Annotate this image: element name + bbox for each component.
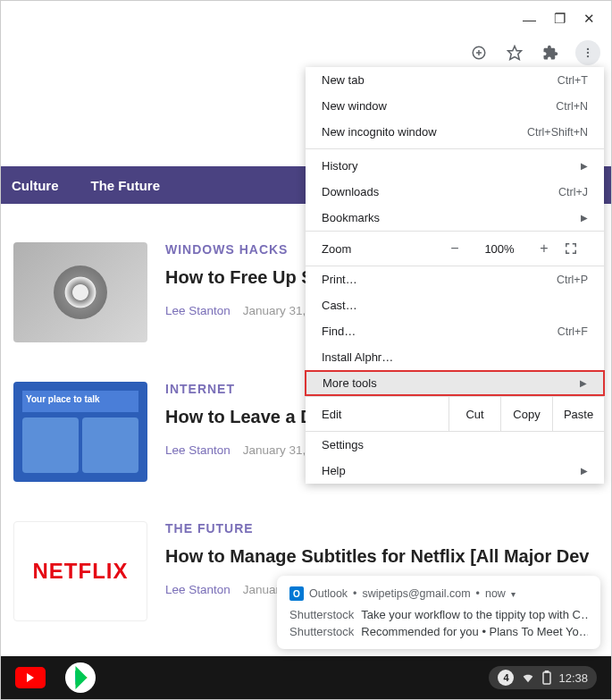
zoom-in-button[interactable]: + [524, 240, 565, 257]
menu-print[interactable]: Print…Ctrl+P [306, 266, 604, 292]
article-category[interactable]: THE FUTURE [165, 521, 599, 536]
chevron-right-icon: ▶ [581, 161, 588, 171]
maximize-button[interactable]: ❐ [554, 11, 566, 27]
article-author[interactable]: Lee Stanton [165, 583, 231, 596]
zoom-out-button[interactable]: − [434, 240, 475, 257]
close-button[interactable]: ✕ [583, 11, 595, 27]
notif-time: now [485, 587, 506, 600]
shelf: 4 12:38 [1, 656, 611, 699]
chrome-menu-button[interactable] [575, 40, 600, 65]
article-author[interactable]: Lee Stanton [165, 443, 231, 457]
article-thumbnail[interactable] [13, 242, 147, 342]
notif-source: Shutterstock [289, 608, 354, 621]
svg-rect-9 [546, 670, 549, 672]
article-author[interactable]: Lee Stanton [165, 304, 231, 317]
menu-bookmarks[interactable]: Bookmarks▶ [306, 205, 604, 231]
nav-future[interactable]: The Future [91, 178, 161, 193]
menu-zoom-row: Zoom − 100% + [306, 231, 604, 266]
add-page-icon[interactable] [468, 42, 490, 63]
notif-message: Recommended for you • Plans To Meet Yo… [361, 625, 588, 638]
chevron-right-icon: ▶ [581, 213, 588, 223]
chrome-overflow-menu: New tabCtrl+T New windowCtrl+N New incog… [306, 67, 604, 484]
svg-point-6 [587, 55, 589, 57]
menu-find[interactable]: Find…Ctrl+F [306, 318, 604, 344]
menu-install[interactable]: Install Alphr… [306, 344, 604, 370]
menu-cast[interactable]: Cast… [306, 292, 604, 318]
fullscreen-icon[interactable] [565, 242, 604, 255]
notification-card[interactable]: O Outlook • swipetips@gmail.com • now ▾ … [277, 576, 600, 649]
svg-marker-7 [75, 670, 88, 685]
copy-button[interactable]: Copy [500, 397, 552, 431]
notification-count-badge: 4 [498, 670, 514, 686]
battery-icon [542, 670, 551, 685]
chevron-down-icon[interactable]: ▾ [511, 589, 516, 599]
chevron-right-icon: ▶ [581, 466, 588, 476]
chevron-right-icon: ▶ [580, 378, 587, 388]
youtube-icon[interactable] [15, 667, 46, 688]
cut-button[interactable]: Cut [449, 397, 500, 431]
article-title[interactable]: How to Manage Subtitles for Netflix [All… [165, 544, 599, 569]
menu-more-tools[interactable]: More tools▶ [305, 370, 605, 396]
menu-downloads[interactable]: DownloadsCtrl+J [306, 179, 604, 205]
svg-rect-8 [543, 672, 550, 684]
edit-label: Edit [306, 408, 449, 421]
notif-message: Take your workflow to the tippity top wi… [361, 608, 588, 621]
notif-app: Outlook [309, 587, 348, 600]
clock-time: 12:38 [558, 671, 588, 685]
article-thumbnail[interactable] [13, 382, 147, 482]
svg-point-5 [587, 52, 589, 54]
status-tray[interactable]: 4 12:38 [489, 666, 597, 689]
menu-history[interactable]: History▶ [306, 153, 604, 179]
notif-source: Shutterstock [289, 625, 354, 638]
menu-new-incognito[interactable]: New incognito windowCtrl+Shift+N [306, 119, 604, 145]
minimize-button[interactable]: — [523, 12, 536, 27]
extensions-icon[interactable] [540, 42, 561, 63]
zoom-label: Zoom [306, 242, 434, 256]
wifi-icon [521, 670, 535, 685]
article-date: Januar [243, 583, 280, 596]
menu-help[interactable]: Help▶ [306, 458, 604, 484]
svg-point-4 [587, 48, 589, 50]
menu-separator [306, 148, 604, 149]
paste-button[interactable]: Paste [552, 397, 604, 431]
play-store-icon[interactable] [65, 662, 96, 693]
outlook-icon: O [289, 586, 304, 601]
menu-new-tab[interactable]: New tabCtrl+T [306, 67, 604, 93]
bookmark-star-icon[interactable] [504, 42, 525, 63]
zoom-value: 100% [475, 242, 524, 256]
nav-culture[interactable]: Culture [12, 178, 59, 193]
menu-edit-row: Edit Cut Copy Paste [306, 396, 604, 432]
menu-settings[interactable]: Settings [306, 432, 604, 458]
svg-marker-3 [508, 46, 522, 60]
notif-email: swipetips@gmail.com [362, 587, 470, 600]
article-thumbnail[interactable] [13, 521, 147, 621]
menu-new-window[interactable]: New windowCtrl+N [306, 93, 604, 119]
